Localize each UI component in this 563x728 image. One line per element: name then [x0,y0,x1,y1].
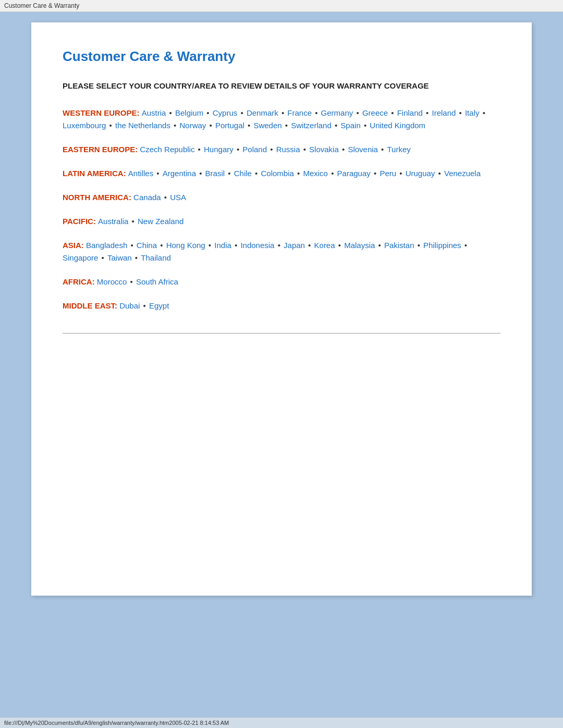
bullet: • [235,145,242,154]
country-link-usa[interactable]: USA [170,193,186,202]
bullet: • [333,121,340,130]
bullet: • [128,241,136,250]
bullet: • [480,108,485,117]
country-link-uruguay[interactable]: Uruguay [406,169,435,178]
country-link-pakistan[interactable]: Pakistan [384,241,414,250]
page-container: Customer Care & Warranty PLEASE SELECT Y… [31,22,532,596]
country-link-singapore[interactable]: Singapore [63,253,98,262]
region-label-pacific: PACIFIC: [63,217,98,226]
country-link-peru[interactable]: Peru [380,169,396,178]
country-link-hong-kong[interactable]: Hong Kong [166,241,205,250]
country-link-dubai[interactable]: Dubai [119,301,140,310]
country-link-mexico[interactable]: Mexico [303,169,328,178]
region-middle-east: MIDDLE EAST: Dubai • Egypt [63,300,500,312]
country-link-malaysia[interactable]: Malaysia [344,241,375,250]
country-link-taiwan[interactable]: Taiwan [107,253,132,262]
country-link-ireland[interactable]: Ireland [432,108,456,117]
country-link-south-africa[interactable]: South Africa [136,277,178,286]
region-africa: AFRICA: Morocco • South Africa [63,276,500,288]
bullet: • [397,169,405,178]
country-link-switzerland[interactable]: Switzerland [291,121,332,130]
bullet: • [389,108,396,117]
country-link-brasil[interactable]: Brasil [205,169,225,178]
bullet: • [336,241,344,250]
title-bar: Customer Care & Warranty [0,0,563,12]
bullet: • [232,241,240,250]
country-link-hungary[interactable]: Hungary [204,145,234,154]
region-asia: ASIA: Bangladesh • China • Hong Kong • I… [63,239,500,264]
bullet: • [462,241,467,250]
country-link-thailand[interactable]: Thailand [141,253,171,262]
country-link-austria[interactable]: Austria [142,108,166,117]
region-label-north-america: NORTH AMERICA: [63,193,133,202]
country-link-new-zealand[interactable]: New Zealand [138,217,183,226]
bullet: • [372,169,379,178]
country-link-cyprus[interactable]: Cyprus [213,108,238,117]
bullet: • [275,241,283,250]
country-link-paraguay[interactable]: Paraguay [337,169,371,178]
country-link-indonesia[interactable]: Indonesia [240,241,274,250]
country-link-spain[interactable]: Spain [340,121,360,130]
bullet: • [158,241,165,250]
country-link-philippines[interactable]: Philippines [423,241,461,250]
bullet: • [415,241,422,250]
region-label-western-europe: WESTERN EUROPE: [63,108,142,117]
bullet: • [340,145,347,154]
bullet: • [246,121,253,130]
bullet: • [141,301,148,310]
country-link-china[interactable]: China [137,241,157,250]
bullet: • [457,108,464,117]
country-link-finland[interactable]: Finland [397,108,423,117]
country-link-bangladesh[interactable]: Bangladesh [86,241,127,250]
country-link-slovakia[interactable]: Slovakia [309,145,339,154]
country-link-poland[interactable]: Poland [242,145,267,154]
country-link-india[interactable]: India [214,241,231,250]
country-link-portugal[interactable]: Portugal [215,121,244,130]
bullet: • [379,145,386,154]
regions-container: WESTERN EUROPE: Austria • Belgium • Cypr… [63,107,500,312]
country-link-germany[interactable]: Germany [321,108,353,117]
country-link-chile[interactable]: Chile [234,169,252,178]
country-link-morocco[interactable]: Morocco [97,277,127,286]
country-link-japan[interactable]: Japan [284,241,305,250]
country-link-canada[interactable]: Canada [133,193,161,202]
country-link-czech-republic[interactable]: Czech Republic [140,145,194,154]
country-link-venezuela[interactable]: Venezuela [444,169,481,178]
country-link-denmark[interactable]: Denmark [247,108,278,117]
bullet: • [306,241,313,250]
bullet: • [376,241,383,250]
country-link-norway[interactable]: Norway [179,121,206,130]
region-north-america: NORTH AMERICA: Canada • USA [63,191,500,204]
bullet: • [268,145,275,154]
bullet: • [354,108,361,117]
bullet: • [424,108,431,117]
status-bar: file:///D|/My%20Documents/dfu/A9/english… [0,717,563,728]
country-link-antilles[interactable]: Antilles [128,169,153,178]
country-link-russia[interactable]: Russia [276,145,300,154]
country-link-egypt[interactable]: Egypt [149,301,169,310]
bullet: • [107,121,114,130]
bullet: • [207,121,214,130]
country-link-sweden[interactable]: Sweden [253,121,282,130]
bullet: • [279,108,287,117]
country-link-luxembourg[interactable]: Luxembourg [63,121,106,130]
country-link-australia[interactable]: Australia [98,217,128,226]
country-link-the-netherlands[interactable]: the Netherlands [115,121,170,130]
country-link-greece[interactable]: Greece [362,108,388,117]
page-title: Customer Care & Warranty [63,48,500,65]
country-link-korea[interactable]: Korea [314,241,335,250]
country-link-colombia[interactable]: Colombia [261,169,293,178]
country-link-argentina[interactable]: Argentina [163,169,196,178]
country-link-united-kingdom[interactable]: United Kingdom [370,121,425,130]
bullet: • [295,169,302,178]
country-link-france[interactable]: France [287,108,312,117]
bullet: • [436,169,443,178]
region-latin-america: LATIN AMERICA: Antilles • Argentina • Br… [63,167,500,180]
bullet: • [283,121,290,130]
region-eastern-europe: EASTERN EUROPE: Czech Republic • Hungary… [63,143,500,156]
country-link-turkey[interactable]: Turkey [387,145,411,154]
country-link-belgium[interactable]: Belgium [175,108,203,117]
country-link-slovenia[interactable]: Slovenia [348,145,378,154]
bullet: • [197,169,204,178]
country-link-italy[interactable]: Italy [465,108,480,117]
